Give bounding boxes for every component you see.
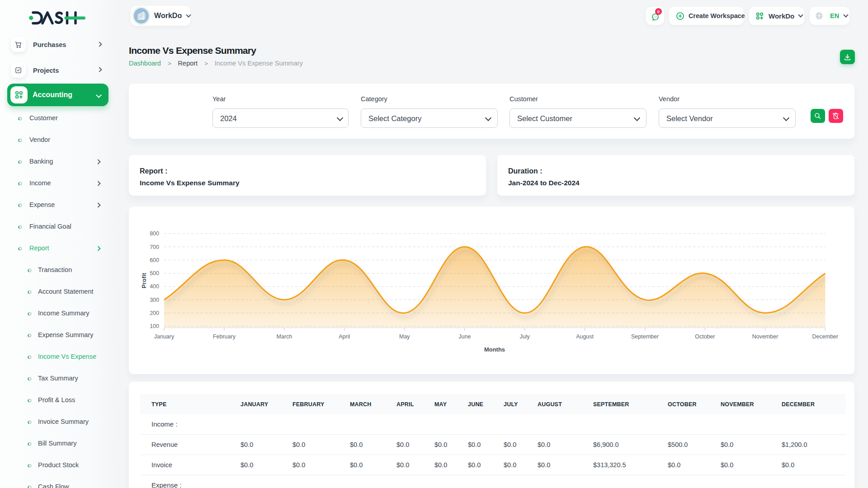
- svg-text:July: July: [520, 333, 530, 340]
- svg-text:100: 100: [150, 323, 159, 329]
- svg-text:May: May: [399, 333, 410, 340]
- svg-text:200: 200: [150, 310, 159, 316]
- svg-text:August: August: [576, 333, 594, 340]
- svg-text:400: 400: [150, 283, 159, 290]
- svg-text:October: October: [695, 333, 715, 340]
- svg-text:600: 600: [150, 257, 159, 263]
- svg-text:April: April: [339, 333, 350, 340]
- svg-text:February: February: [213, 333, 236, 340]
- svg-text:March: March: [277, 333, 292, 340]
- svg-text:800: 800: [150, 230, 159, 237]
- svg-text:September: September: [631, 333, 659, 340]
- svg-text:500: 500: [150, 270, 159, 277]
- svg-text:700: 700: [150, 244, 159, 250]
- svg-text:Profit: Profit: [141, 272, 147, 288]
- svg-text:June: June: [458, 333, 471, 340]
- svg-text:300: 300: [150, 297, 159, 303]
- svg-text:December: December: [812, 333, 839, 340]
- svg-text:Months: Months: [484, 346, 505, 353]
- svg-text:November: November: [752, 333, 778, 340]
- svg-text:January: January: [154, 333, 175, 340]
